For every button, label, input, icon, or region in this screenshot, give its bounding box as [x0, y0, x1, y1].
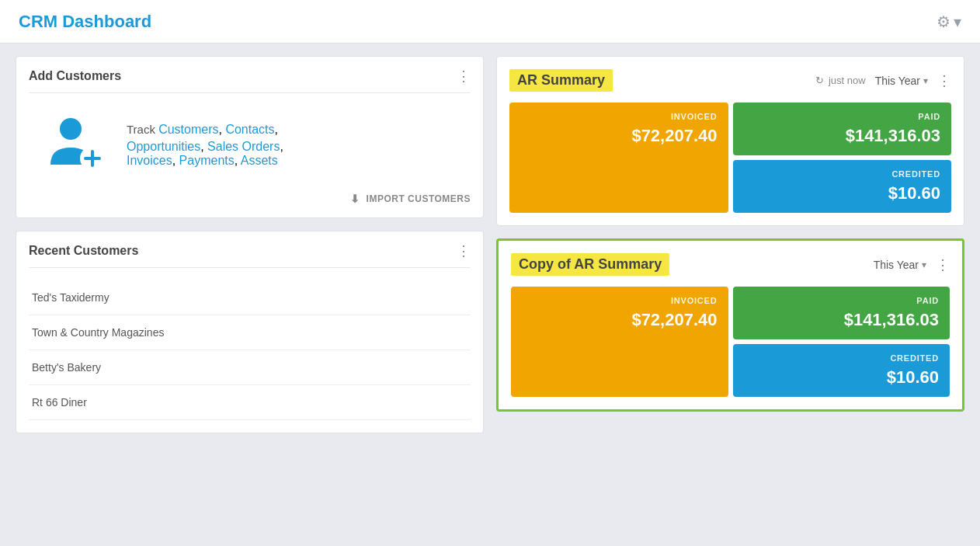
app-title: CRM Dashboard [19, 12, 151, 32]
link-opportunities[interactable]: Opportunities [127, 140, 200, 153]
add-customers-more-icon[interactable]: ⋮ [457, 69, 471, 83]
right-column: AR Summary ↻ just now This Year ▾ ⋮ INVO… [496, 56, 964, 433]
ar-summary-grid: INVOICED $72,207.40 PAID $141,316.03 CRE… [509, 103, 951, 213]
copy-paid-label: PAID [916, 296, 939, 305]
main-content: Add Customers ⋮ Track [0, 43, 980, 446]
gear-button[interactable]: ⚙ ▾ [937, 12, 961, 31]
invoiced-box: INVOICED $72,207.40 [509, 103, 728, 213]
list-item[interactable]: Town & Country Magazines [29, 315, 471, 350]
customer-list: Ted's Taxidermy Town & Country Magazines… [29, 280, 471, 420]
copy-paid-box: PAID $141,316.03 [733, 287, 950, 339]
add-customers-body: Track Customers, Contacts, Opportunities… [29, 106, 471, 186]
ar-summary-controls: ↻ just now This Year ▾ ⋮ [815, 74, 951, 88]
track-prefix: Track [127, 123, 158, 136]
ar-summary-header: AR Summary ↻ just now This Year ▾ ⋮ [509, 69, 951, 92]
refresh-area: ↻ just now [815, 75, 866, 86]
recent-customers-more-icon[interactable]: ⋮ [457, 244, 471, 258]
copy-period-selector[interactable]: This Year ▾ [874, 259, 926, 271]
ar-summary-copy-header: Copy of AR Summary This Year ▾ ⋮ [511, 253, 950, 276]
list-item[interactable]: Betty's Bakery [29, 350, 471, 385]
ar-summary-widget: AR Summary ↻ just now This Year ▾ ⋮ INVO… [496, 56, 964, 226]
app-header: CRM Dashboard ⚙ ▾ [0, 0, 980, 43]
recent-customers-header: Recent Customers ⋮ [29, 244, 471, 268]
period-label: This Year [875, 75, 920, 87]
refresh-time: just now [829, 75, 866, 86]
ar-summary-title: AR Summary [509, 69, 613, 92]
link-contacts[interactable]: Contacts [225, 123, 274, 136]
copy-paid-value: $141,316.03 [844, 310, 939, 330]
credited-box: CREDITED $10.60 [733, 160, 952, 213]
link-sales-orders[interactable]: Sales Orders [207, 140, 280, 153]
ar-summary-copy-grid: INVOICED $72,207.40 PAID $141,316.03 CRE… [511, 287, 950, 397]
ar-summary-copy-more-icon[interactable]: ⋮ [936, 258, 950, 272]
list-item[interactable]: Rt 66 Diner [29, 385, 471, 420]
invoiced-value: $72,207.40 [631, 126, 717, 146]
track-description: Track Customers, Contacts, Opportunities… [127, 119, 283, 168]
add-customers-title: Add Customers [29, 69, 121, 83]
ar-summary-more-icon[interactable]: ⋮ [937, 74, 951, 88]
ar-summary-copy-title: Copy of AR Summary [511, 253, 669, 276]
copy-chevron-down-icon: ▾ [922, 259, 926, 270]
copy-credited-label: CREDITED [890, 353, 939, 363]
gear-icon: ⚙ [937, 12, 950, 31]
import-icon: ⬇ [350, 193, 360, 205]
paid-value: $141,316.03 [846, 126, 940, 146]
svg-point-0 [60, 118, 82, 140]
copy-invoiced-label: INVOICED [671, 296, 718, 305]
link-payments[interactable]: Payments [179, 154, 235, 167]
chevron-down-icon: ▾ [923, 75, 928, 86]
copy-invoiced-box: INVOICED $72,207.40 [511, 287, 728, 397]
refresh-icon[interactable]: ↻ [815, 75, 824, 86]
link-invoices[interactable]: Invoices [127, 154, 172, 167]
import-customers-button[interactable]: ⬇ IMPORT CUSTOMERS [350, 193, 471, 205]
import-label: IMPORT CUSTOMERS [367, 193, 471, 204]
invoiced-label: INVOICED [671, 112, 718, 121]
link-assets[interactable]: Assets [241, 154, 278, 167]
paid-label: PAID [918, 112, 940, 121]
credited-value: $10.60 [888, 183, 940, 203]
add-customer-icon [41, 112, 111, 174]
recent-customers-card: Recent Customers ⋮ Ted's Taxidermy Town … [16, 231, 484, 433]
copy-credited-value: $10.60 [887, 367, 939, 388]
ar-summary-copy-widget: Copy of AR Summary This Year ▾ ⋮ INVOICE… [496, 238, 964, 412]
copy-credited-box: CREDITED $10.60 [733, 344, 950, 397]
list-item[interactable]: Ted's Taxidermy [29, 280, 471, 315]
gear-dropdown-arrow: ▾ [954, 12, 961, 31]
import-section: ⬇ IMPORT CUSTOMERS [29, 186, 471, 205]
ar-summary-copy-controls: This Year ▾ ⋮ [874, 258, 950, 272]
copy-period-label: This Year [874, 259, 919, 271]
recent-customers-title: Recent Customers [29, 244, 138, 258]
credited-label: CREDITED [891, 169, 940, 179]
add-customers-card: Add Customers ⋮ Track [16, 56, 484, 218]
copy-invoiced-value: $72,207.40 [631, 310, 717, 330]
link-customers[interactable]: Customers [158, 123, 218, 136]
paid-box: PAID $141,316.03 [733, 103, 952, 155]
add-customers-header: Add Customers ⋮ [29, 69, 471, 93]
period-selector[interactable]: This Year ▾ [875, 75, 928, 87]
left-column: Add Customers ⋮ Track [16, 56, 484, 433]
